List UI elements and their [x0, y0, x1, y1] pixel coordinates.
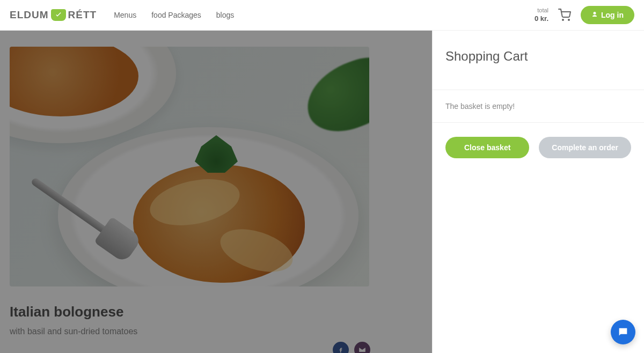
nav-menus[interactable]: Menus — [114, 11, 136, 19]
divider — [433, 90, 644, 90]
cart-panel: Shopping Cart The basket is empty! Close… — [432, 31, 644, 353]
brand-logo[interactable]: ELDUM RÉTT — [10, 9, 97, 21]
user-icon — [591, 11, 598, 19]
cart-title: Shopping Cart — [445, 49, 631, 64]
login-label: Log in — [601, 11, 624, 19]
close-basket-button[interactable]: Close basket — [445, 137, 529, 158]
login-button[interactable]: Log in — [581, 6, 634, 24]
cart-total-label: total — [535, 6, 548, 14]
divider — [433, 122, 644, 123]
cart-icon[interactable] — [558, 9, 571, 21]
site-header: ELDUM RÉTT Menus food Packages blogs tot… — [0, 0, 644, 31]
complete-order-button: Complete an order — [539, 137, 631, 158]
chat-launcher-icon[interactable] — [611, 320, 635, 344]
brand-text-left: ELDUM — [10, 9, 49, 21]
cart-total: total 0 kr. — [535, 6, 548, 23]
brand-check-icon — [51, 9, 66, 21]
svg-point-1 — [568, 19, 569, 20]
svg-point-0 — [562, 19, 564, 20]
brand-text-right: RÉTT — [68, 9, 97, 21]
nav-packages[interactable]: food Packages — [151, 11, 201, 19]
cart-empty-message: The basket is empty! — [445, 102, 631, 111]
main-nav: Menus food Packages blogs — [114, 11, 234, 19]
nav-blogs[interactable]: blogs — [216, 11, 234, 19]
cart-total-amount: 0 kr. — [535, 14, 548, 24]
